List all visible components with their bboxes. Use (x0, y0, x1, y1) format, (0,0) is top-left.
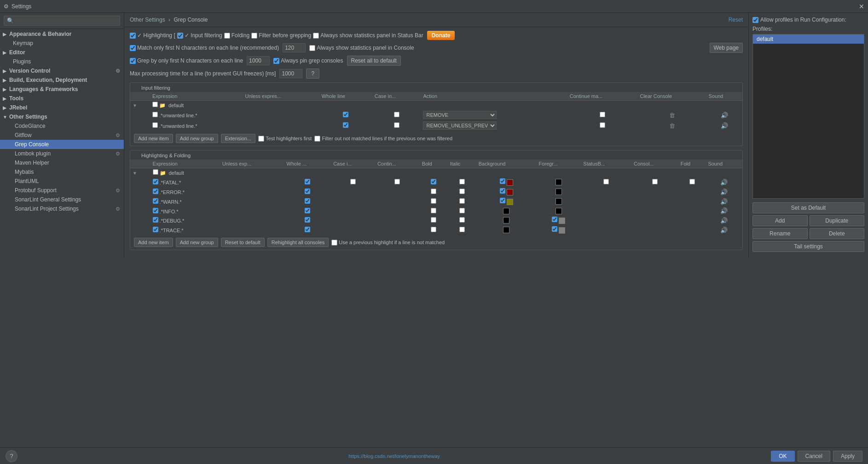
folding-checkbox-label[interactable]: Folding (224, 32, 249, 39)
sidebar-item-maven-helper[interactable]: Maven Helper (0, 158, 124, 167)
bold-checkbox[interactable] (431, 198, 436, 204)
bold-checkbox[interactable] (431, 208, 436, 213)
donate-button[interactable]: Donate (427, 31, 455, 40)
always-show-console-checkbox[interactable] (309, 45, 315, 51)
hf-row-checkbox[interactable] (153, 208, 158, 213)
always-pin-label[interactable]: Always pin grep consoles (273, 57, 343, 64)
set-as-default-button[interactable]: Set as Default (752, 202, 864, 213)
sidebar-item-lombok[interactable]: Lombok plugin ⚙ (0, 149, 124, 158)
fold-checkbox[interactable] (689, 179, 695, 184)
sidebar-item-mybatis[interactable]: Mybatis (0, 167, 124, 177)
rename-button[interactable]: Rename (752, 228, 808, 239)
sound-icon[interactable]: 🔊 (721, 112, 728, 119)
help-bottom-button[interactable]: ? (6, 450, 17, 462)
grep-first-n-checkbox[interactable] (130, 58, 136, 64)
expand-arrow[interactable]: ▼ (133, 103, 137, 108)
bg-checkbox[interactable] (500, 178, 505, 184)
sidebar-item-codeglance[interactable]: CodeGlance (0, 121, 124, 131)
sidebar-item-plantuml[interactable]: PlantUML (0, 177, 124, 186)
hf-row-checkbox[interactable] (153, 217, 158, 223)
clear-console-icon[interactable]: 🗑 (669, 112, 675, 119)
italic-checkbox[interactable] (459, 208, 465, 213)
allow-profiles-label[interactable]: Allow profiles in Run Configuration: (752, 17, 864, 23)
sound-icon[interactable]: 🔊 (721, 122, 728, 129)
whole-checkbox[interactable] (305, 189, 310, 194)
bold-checkbox[interactable] (431, 227, 436, 232)
hf-add-group-button[interactable]: Add new group (176, 238, 218, 247)
always-show-console-label[interactable]: Always show statistics panel in Console (309, 45, 414, 51)
sound-icon[interactable]: 🔊 (720, 189, 728, 195)
close-button[interactable]: ✕ (859, 3, 864, 10)
hf-reset-button[interactable]: Reset to default (221, 238, 265, 247)
allow-profiles-checkbox[interactable] (752, 17, 758, 23)
italic-checkbox[interactable] (459, 227, 465, 232)
sidebar-item-editor[interactable]: ▶ Editor (0, 48, 124, 57)
sound-icon[interactable]: 🔊 (720, 198, 728, 205)
sound-icon[interactable]: 🔊 (720, 217, 728, 224)
max-processing-input[interactable] (279, 69, 302, 78)
ok-button[interactable]: OK (771, 451, 794, 462)
contin-checkbox[interactable] (394, 179, 400, 184)
always-show-stats-checkbox[interactable] (313, 33, 319, 39)
case-checkbox[interactable] (394, 112, 399, 117)
fg-color-swatch[interactable] (556, 179, 562, 185)
add-new-group-button[interactable]: Add new group (176, 134, 218, 143)
sidebar-item-languages[interactable]: ▶ Languages & Frameworks (0, 85, 124, 94)
filter-unmatched-checkbox[interactable] (314, 136, 320, 142)
filter-unmatched-label[interactable]: Filter out not matched lines if the prev… (314, 136, 452, 142)
grep-first-n-input[interactable] (247, 56, 270, 65)
bg-color-swatch[interactable] (503, 208, 509, 214)
statusb-checkbox[interactable] (603, 179, 609, 184)
whole-checkbox[interactable] (305, 227, 310, 232)
input-filtering-checkbox-label[interactable]: ✓ Input filtering (177, 32, 222, 39)
sidebar-item-protobuf[interactable]: Protobuf Support ⚙ (0, 186, 124, 195)
sound-icon[interactable]: 🔊 (720, 227, 728, 234)
sidebar-item-build[interactable]: ▶ Build, Execution, Deployment (0, 75, 124, 85)
test-highlighters-label[interactable]: Test highlighters first (258, 136, 312, 142)
consol-checkbox[interactable] (652, 179, 658, 184)
always-show-stats-label[interactable]: Always show statistics panel in Status B… (313, 32, 423, 39)
always-pin-checkbox[interactable] (273, 58, 279, 64)
hf-row-checkbox[interactable] (153, 227, 158, 232)
highlighting-checkbox-label[interactable]: ✓ Highlighting [ (130, 32, 175, 39)
apply-button[interactable]: Apply (833, 451, 862, 462)
input-filtering-checkbox[interactable] (177, 33, 183, 39)
case-checkbox[interactable] (394, 122, 399, 128)
sidebar-item-keymap[interactable]: Keymap (0, 39, 124, 48)
web-page-button[interactable]: Web page (710, 43, 743, 53)
sidebar-item-tools[interactable]: ▶ Tools (0, 94, 124, 103)
folding-checkbox[interactable] (224, 33, 230, 39)
italic-checkbox[interactable] (459, 198, 465, 204)
fg-color-swatch[interactable] (556, 208, 562, 214)
hf-row-checkbox[interactable] (153, 198, 158, 204)
add-profile-button[interactable]: Add (752, 215, 808, 226)
bold-checkbox[interactable] (431, 189, 436, 194)
clear-console-icon[interactable]: 🗑 (669, 122, 675, 129)
row-checkbox[interactable] (152, 112, 158, 117)
use-previous-checkbox[interactable] (331, 240, 337, 246)
rehighlight-button[interactable]: Rehighlight all consoles (267, 238, 329, 247)
sidebar-item-version-control[interactable]: ▶ Version Control ⚙ (0, 66, 124, 75)
sound-icon[interactable]: 🔊 (720, 207, 728, 214)
duplicate-button[interactable]: Duplicate (810, 215, 865, 226)
bg-color-swatch[interactable] (503, 227, 509, 233)
match-first-n-label[interactable]: Match only first N characters on each li… (130, 45, 279, 51)
bold-checkbox[interactable] (431, 217, 436, 223)
sound-icon[interactable]: 🔊 (720, 179, 728, 186)
fg-color-swatch[interactable] (556, 198, 562, 205)
test-highlighters-checkbox[interactable] (258, 136, 264, 142)
bg-color-swatch[interactable] (507, 189, 513, 195)
bg-color-swatch[interactable] (507, 179, 513, 186)
italic-checkbox[interactable] (459, 189, 465, 194)
search-input[interactable] (4, 16, 120, 26)
bg-checkbox[interactable] (500, 198, 505, 203)
extension-button[interactable]: Extension... (221, 134, 255, 143)
sidebar-item-sonarlint-project[interactable]: SonarLint Project Settings ⚙ (0, 204, 124, 213)
action-select[interactable]: REMOVE_UNLESS_PREVIOUSLY_MATCHED REMOVE (423, 121, 497, 130)
highlighting-checkbox[interactable] (130, 33, 136, 39)
sidebar-item-other-settings[interactable]: ▼ Other Settings (0, 112, 124, 121)
hf-group-checkbox[interactable] (153, 169, 158, 175)
sidebar-item-gitflow[interactable]: Gitflow ⚙ (0, 131, 124, 140)
sidebar-item-plugins[interactable]: Plugins (0, 57, 124, 66)
add-new-item-button[interactable]: Add new item (134, 134, 173, 143)
